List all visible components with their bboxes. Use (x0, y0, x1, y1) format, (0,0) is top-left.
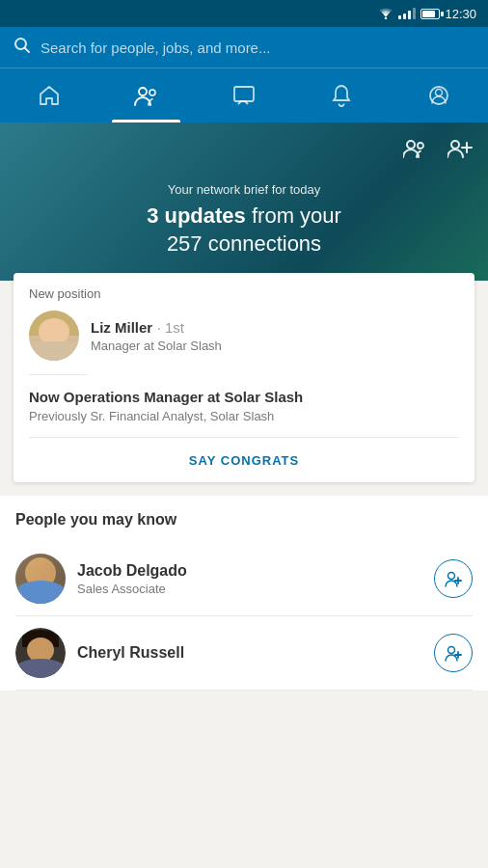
person-row-jacob: Jacob Delgado Sales Associate (15, 542, 473, 616)
person-degree: · 1st (157, 319, 184, 336)
nav-item-home[interactable] (0, 68, 97, 122)
cheryl-avatar (15, 628, 66, 678)
status-icons: 12:30 (378, 7, 476, 21)
svg-point-7 (436, 90, 443, 96)
card-new-position: New position Liz Miller · 1st Manager at… (14, 273, 474, 482)
liz-miller-avatar (29, 311, 79, 361)
hero-update-count: 3 updates (147, 203, 246, 228)
nav-item-notifications[interactable] (293, 68, 391, 122)
card-person: Liz Miller · 1st Manager at Solar Slash (14, 311, 474, 374)
card-action: SAY CONGRATS (14, 438, 474, 482)
cheryl-info: Cheryl Russell (77, 644, 422, 662)
svg-point-0 (385, 17, 387, 19)
person-name-row: Liz Miller · 1st (91, 319, 459, 337)
svg-point-16 (448, 647, 455, 654)
card-header: New position (14, 273, 474, 311)
search-icon (14, 37, 31, 58)
find-connections-icon[interactable] (403, 138, 428, 163)
hero-connections: 257 connections (167, 231, 321, 256)
card-update: Now Operations Manager at Solar Slash Pr… (14, 375, 474, 437)
hero-text: Your network brief for today 3 updates f… (15, 182, 473, 258)
person-info: Liz Miller · 1st Manager at Solar Slash (91, 319, 459, 353)
svg-point-13 (448, 573, 455, 580)
hero-actions (15, 138, 473, 163)
jacob-avatar (15, 554, 66, 604)
hero-update-text: from your (252, 203, 341, 228)
wifi-icon (378, 8, 393, 19)
svg-point-9 (418, 143, 423, 149)
nav-item-profile[interactable] (391, 68, 488, 122)
jacob-title: Sales Associate (77, 582, 422, 596)
search-bar (0, 27, 488, 68)
hero-title: 3 updates from your 257 connections (15, 203, 473, 258)
status-bar: 12:30 (0, 0, 488, 27)
hero-subtitle: Your network brief for today (15, 182, 473, 197)
signal-icon (398, 8, 416, 19)
add-jacob-button[interactable] (434, 559, 473, 598)
people-section: People you may know Jacob Delgado Sales … (0, 496, 488, 691)
people-section-title: People you may know (15, 511, 473, 529)
svg-point-4 (149, 90, 155, 95)
jacob-name: Jacob Delgado (77, 562, 422, 580)
update-previous-role: Previously Sr. Financial Analyst, Solar … (29, 409, 459, 423)
nav-item-network[interactable] (97, 68, 195, 122)
jacob-info: Jacob Delgado Sales Associate (77, 562, 422, 596)
battery-icon (420, 9, 440, 19)
svg-point-3 (139, 88, 147, 95)
search-input[interactable] (41, 40, 474, 56)
svg-point-8 (407, 141, 415, 149)
svg-point-10 (451, 141, 459, 149)
cheryl-name: Cheryl Russell (77, 644, 422, 662)
add-cheryl-button[interactable] (434, 634, 473, 672)
person-name: Liz Miller (91, 319, 152, 336)
person-title: Manager at Solar Slash (91, 339, 459, 353)
update-new-role: Now Operations Manager at Solar Slash (29, 389, 459, 405)
nav-item-messaging[interactable] (195, 68, 292, 122)
person-row-cheryl: Cheryl Russell (15, 616, 473, 691)
svg-line-2 (25, 48, 30, 53)
hero-section: Your network brief for today 3 updates f… (0, 122, 488, 281)
svg-rect-5 (234, 87, 254, 101)
say-congrats-button[interactable]: SAY CONGRATS (189, 453, 299, 468)
status-time: 12:30 (445, 7, 476, 21)
add-connection-icon[interactable] (447, 138, 473, 163)
nav-bar (0, 68, 488, 122)
